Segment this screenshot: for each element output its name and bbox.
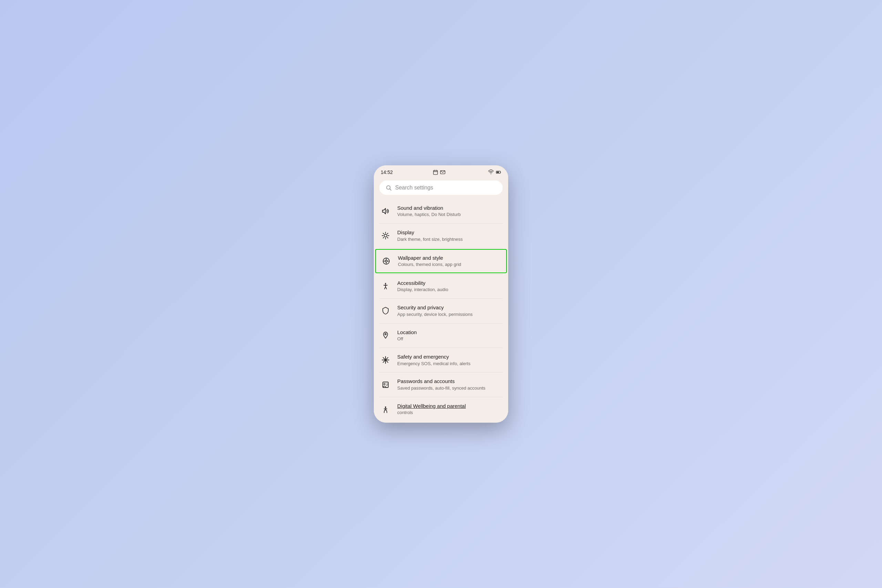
svg-marker-11 bbox=[382, 208, 386, 214]
location-icon bbox=[381, 331, 390, 340]
phone-frame: 14:52 bbox=[374, 165, 508, 423]
sound-item-text: Sound and vibration Volume, haptics, Do … bbox=[397, 205, 501, 218]
settings-item-security[interactable]: Security and privacy App security, devic… bbox=[374, 298, 508, 323]
safety-title: Safety and emergency bbox=[397, 353, 501, 360]
status-bar: 14:52 bbox=[374, 165, 508, 178]
settings-item-accessibility[interactable]: Accessibility Display, interaction, audi… bbox=[374, 274, 508, 298]
wallpaper-icon bbox=[381, 256, 391, 266]
passwords-icon bbox=[381, 380, 390, 390]
svg-point-22 bbox=[385, 260, 387, 262]
settings-item-wellbeing[interactable]: Digital Wellbeing and parental controls bbox=[374, 397, 508, 423]
wallpaper-subtitle: Colours, themed icons, app grid bbox=[398, 262, 501, 268]
passwords-item-text: Passwords and accounts Saved passwords, … bbox=[397, 378, 501, 391]
sound-title: Sound and vibration bbox=[397, 205, 501, 212]
notification-icons bbox=[433, 170, 446, 175]
settings-item-location[interactable]: Location Off bbox=[374, 324, 508, 348]
search-placeholder: Search settings bbox=[395, 184, 496, 191]
svg-rect-0 bbox=[434, 170, 438, 174]
safety-item-text: Safety and emergency Emergency SOS, medi… bbox=[397, 353, 501, 366]
wellbeing-item-text: Digital Wellbeing and parental controls bbox=[397, 403, 501, 416]
location-title: Location bbox=[397, 329, 501, 336]
safety-icon bbox=[381, 355, 390, 365]
sound-subtitle: Volume, haptics, Do Not Disturb bbox=[397, 212, 501, 218]
svg-rect-7 bbox=[500, 171, 501, 172]
passwords-title: Passwords and accounts bbox=[397, 378, 501, 385]
security-item-text: Security and privacy App security, devic… bbox=[397, 304, 501, 317]
system-icons bbox=[488, 170, 501, 175]
search-bar-container: Search settings bbox=[374, 178, 508, 199]
svg-line-19 bbox=[387, 233, 388, 234]
accessibility-item-text: Accessibility Display, interaction, audi… bbox=[397, 280, 501, 293]
svg-point-38 bbox=[384, 383, 385, 385]
settings-item-sound[interactable]: Sound and vibration Volume, haptics, Do … bbox=[374, 199, 508, 223]
wellbeing-icon bbox=[381, 404, 390, 414]
wifi-icon bbox=[488, 170, 494, 175]
location-item-text: Location Off bbox=[397, 329, 501, 342]
display-item-text: Display Dark theme, font size, brightnes… bbox=[397, 229, 501, 242]
svg-point-12 bbox=[384, 234, 387, 237]
location-subtitle: Off bbox=[397, 336, 501, 342]
security-subtitle: App security, device lock, permissions bbox=[397, 312, 501, 318]
accessibility-subtitle: Display, interaction, audio bbox=[397, 287, 501, 293]
svg-line-17 bbox=[383, 233, 384, 234]
calendar-icon bbox=[433, 170, 438, 175]
wallpaper-item-text: Wallpaper and style Colours, themed icon… bbox=[398, 255, 501, 268]
settings-item-wallpaper[interactable]: Wallpaper and style Colours, themed icon… bbox=[375, 249, 507, 273]
svg-line-31 bbox=[386, 286, 387, 289]
battery-icon bbox=[496, 170, 501, 175]
svg-line-10 bbox=[390, 189, 391, 190]
accessibility-icon bbox=[381, 281, 390, 291]
safety-subtitle: Emergency SOS, medical info, alerts bbox=[397, 361, 501, 367]
security-icon bbox=[381, 306, 390, 315]
settings-item-safety[interactable]: Safety and emergency Emergency SOS, medi… bbox=[374, 348, 508, 372]
svg-point-5 bbox=[490, 173, 491, 174]
mail-icon bbox=[440, 170, 446, 175]
svg-rect-8 bbox=[497, 171, 499, 173]
settings-item-display[interactable]: Display Dark theme, font size, brightnes… bbox=[374, 224, 508, 248]
svg-line-18 bbox=[387, 237, 388, 238]
search-icon bbox=[386, 184, 392, 191]
display-title: Display bbox=[397, 229, 501, 236]
sound-icon bbox=[381, 206, 390, 216]
search-bar[interactable]: Search settings bbox=[380, 180, 502, 195]
passwords-subtitle: Saved passwords, auto-fill, synced accou… bbox=[397, 386, 501, 391]
svg-point-32 bbox=[385, 333, 386, 335]
wellbeing-subtitle: controls bbox=[397, 410, 501, 416]
status-time: 14:52 bbox=[381, 170, 393, 175]
settings-list: Sound and vibration Volume, haptics, Do … bbox=[374, 199, 508, 423]
display-subtitle: Dark theme, font size, brightness bbox=[397, 237, 501, 243]
divider-2 bbox=[380, 248, 502, 248]
svg-line-20 bbox=[383, 237, 384, 238]
display-icon bbox=[381, 231, 390, 240]
accessibility-title: Accessibility bbox=[397, 280, 501, 286]
wallpaper-title: Wallpaper and style bbox=[398, 255, 501, 261]
security-title: Security and privacy bbox=[397, 304, 501, 311]
settings-item-passwords[interactable]: Passwords and accounts Saved passwords, … bbox=[374, 372, 508, 396]
wellbeing-title: Digital Wellbeing and parental bbox=[397, 403, 501, 410]
